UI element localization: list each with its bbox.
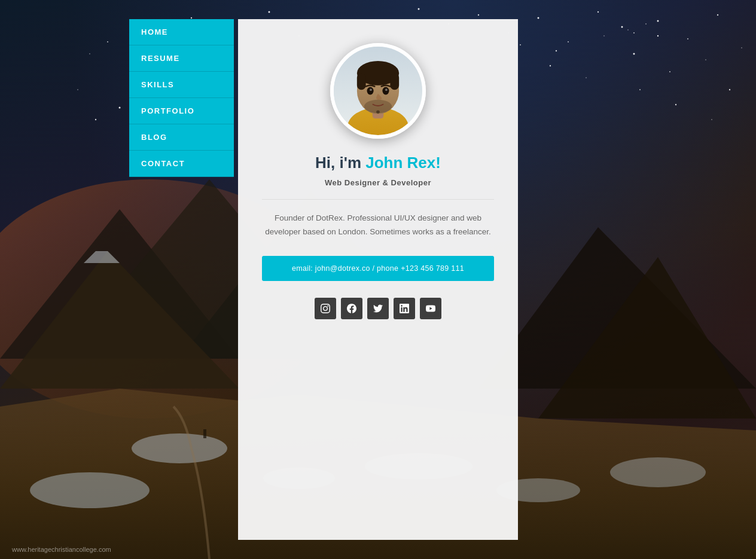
divider bbox=[262, 199, 494, 200]
svg-point-12 bbox=[568, 41, 569, 42]
greeting-text: Hi, i'm John Rex! bbox=[315, 153, 441, 173]
svg-point-11 bbox=[538, 17, 539, 19]
svg-point-2 bbox=[191, 17, 192, 19]
sidebar-item-home[interactable]: HOME bbox=[129, 19, 234, 45]
svg-point-14 bbox=[627, 29, 629, 30]
instagram-icon[interactable] bbox=[315, 298, 336, 319]
svg-point-37 bbox=[633, 32, 635, 33]
svg-point-66 bbox=[370, 88, 372, 91]
person-name: John Rex! bbox=[365, 154, 441, 172]
svg-point-36 bbox=[621, 26, 623, 28]
svg-point-31 bbox=[556, 50, 557, 51]
linkedin-icon[interactable] bbox=[394, 298, 415, 319]
svg-point-27 bbox=[729, 89, 730, 90]
home-label: HOME bbox=[141, 28, 168, 36]
svg-rect-63 bbox=[390, 73, 399, 90]
svg-point-64 bbox=[367, 87, 374, 95]
svg-point-29 bbox=[119, 107, 121, 109]
sidebar-item-resume[interactable]: RESUME bbox=[129, 45, 234, 72]
watermark: www.heritagechristiancollege.com bbox=[12, 546, 111, 553]
contact-bar[interactable]: email: john@dotrex.co / phone +123 456 7… bbox=[262, 256, 494, 281]
greeting-prefix: Hi, i'm bbox=[315, 154, 365, 172]
svg-point-1 bbox=[107, 41, 108, 42]
sidebar-nav: HOME RESUME SKILLS PORTFOLIO BLOG CONTAC… bbox=[129, 19, 234, 177]
person-title: Web Designer & Developer bbox=[325, 178, 431, 187]
svg-point-35 bbox=[711, 119, 712, 120]
svg-point-3 bbox=[89, 53, 90, 54]
svg-point-21 bbox=[95, 119, 96, 120]
svg-point-7 bbox=[418, 8, 420, 10]
svg-point-15 bbox=[657, 20, 659, 22]
svg-point-18 bbox=[741, 47, 742, 48]
svg-point-28 bbox=[77, 89, 78, 90]
svg-point-24 bbox=[633, 53, 635, 55]
svg-point-39 bbox=[657, 35, 659, 36]
svg-point-33 bbox=[639, 89, 641, 90]
svg-point-65 bbox=[382, 87, 389, 95]
sidebar-item-blog[interactable]: BLOG bbox=[129, 124, 234, 151]
svg-point-34 bbox=[675, 104, 676, 105]
svg-point-38 bbox=[645, 23, 647, 25]
avatar bbox=[330, 43, 426, 139]
social-icons-container bbox=[315, 298, 441, 319]
twitter-icon[interactable] bbox=[367, 298, 389, 319]
facebook-icon[interactable] bbox=[341, 298, 362, 319]
svg-point-23 bbox=[586, 77, 587, 78]
svg-point-17 bbox=[717, 14, 718, 16]
svg-point-4 bbox=[269, 11, 270, 13]
resume-label: RESUME bbox=[141, 54, 180, 63]
youtube-icon[interactable] bbox=[420, 298, 441, 319]
profile-card: Hi, i'm John Rex! Web Designer & Develop… bbox=[238, 19, 518, 540]
svg-point-67 bbox=[385, 88, 388, 91]
svg-point-32 bbox=[603, 35, 605, 36]
svg-point-69 bbox=[376, 110, 380, 114]
portfolio-label: PORTFOLIO bbox=[141, 106, 194, 115]
svg-point-26 bbox=[705, 59, 706, 60]
sidebar-item-skills[interactable]: SKILLS bbox=[129, 72, 234, 98]
svg-point-22 bbox=[550, 65, 551, 66]
svg-point-25 bbox=[669, 71, 670, 72]
contact-label: CONTACT bbox=[141, 159, 185, 168]
svg-point-13 bbox=[598, 11, 599, 13]
svg-point-9 bbox=[478, 14, 479, 16]
skills-label: SKILLS bbox=[141, 80, 174, 89]
sidebar-item-contact[interactable]: CONTACT bbox=[129, 151, 234, 177]
bio-text: Founder of DotRex. Professional UI/UX de… bbox=[262, 212, 494, 239]
svg-rect-62 bbox=[357, 73, 366, 90]
sidebar-item-portfolio[interactable]: PORTFOLIO bbox=[129, 98, 234, 124]
blog-label: BLOG bbox=[141, 133, 167, 142]
svg-point-30 bbox=[520, 44, 521, 45]
svg-point-16 bbox=[687, 38, 688, 39]
